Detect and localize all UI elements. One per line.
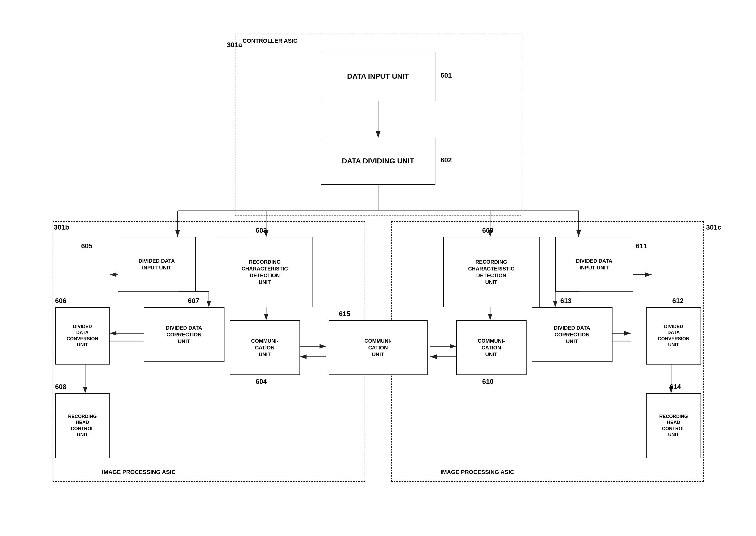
- data-input-unit-label: DATA INPUT UNIT: [347, 72, 409, 81]
- rec-char-detect-left-label: RECORDING CHARACTERISTIC DETECTION UNIT: [242, 258, 288, 285]
- ref-606: 606: [55, 297, 66, 305]
- image-asic-left-label: IMAGE PROCESSING ASIC: [102, 469, 176, 476]
- image-asic-right-label: IMAGE PROCESSING ASIC: [441, 469, 514, 476]
- divided-conv-left-box: DIVIDED DATA CONVERSION UNIT: [55, 307, 110, 365]
- ref-604: 604: [256, 378, 267, 385]
- divided-corr-right-label: DIVIDED DATA CORRECTION UNIT: [554, 324, 590, 345]
- divided-corr-right-box: DIVIDED DATA CORRECTION UNIT: [532, 307, 613, 362]
- ref-301b: 301b: [54, 223, 69, 231]
- divided-input-right-box: DIVIDED DATA INPUT UNIT: [555, 237, 633, 291]
- rec-char-detect-right-label: RECORDING CHARACTERISTIC DETECTION UNIT: [468, 258, 515, 285]
- rec-head-left-label: RECORDING HEAD CONTROL UNIT: [68, 414, 97, 438]
- ref-614: 614: [670, 383, 681, 391]
- ref-601: 601: [441, 71, 452, 80]
- divided-corr-left-label: DIVIDED DATA CORRECTION UNIT: [166, 324, 202, 345]
- ref-301a: 301a: [227, 41, 242, 49]
- rec-char-detect-left-box: RECORDING CHARACTERISTIC DETECTION UNIT: [217, 237, 313, 307]
- rec-head-left-box: RECORDING HEAD CONTROL UNIT: [55, 393, 110, 458]
- rec-char-detect-right-box: RECORDING CHARACTERISTIC DETECTION UNIT: [443, 237, 540, 307]
- rec-head-right-label: RECORDING HEAD CONTROL UNIT: [659, 414, 688, 438]
- comm-left-box: COMMUNI- CATION UNIT: [230, 320, 300, 375]
- ref-608: 608: [55, 383, 66, 391]
- divided-input-left-label: DIVIDED DATA INPUT UNIT: [139, 257, 175, 271]
- ref-615: 615: [339, 310, 350, 318]
- ref-609: 609: [482, 226, 493, 235]
- comm-mid-label: COMMUNI- CATION UNIT: [364, 337, 392, 358]
- divided-conv-left-label: DIVIDED DATA CONVERSION UNIT: [67, 324, 98, 348]
- divided-input-right-label: DIVIDED DATA INPUT UNIT: [576, 257, 612, 271]
- comm-right-box: COMMUNI- CATION UNIT: [456, 320, 526, 375]
- ref-603: 603: [256, 226, 267, 235]
- ref-610: 610: [482, 378, 493, 385]
- controller-asic-label: CONTROLLER ASIC: [243, 38, 298, 44]
- ref-607: 607: [188, 297, 199, 305]
- ref-612: 612: [673, 297, 684, 305]
- ref-602: 602: [441, 156, 452, 164]
- ref-613: 613: [560, 297, 572, 305]
- data-dividing-unit-label: DATA DIVIDING UNIT: [342, 156, 414, 166]
- divided-input-left-box: DIVIDED DATA INPUT UNIT: [118, 237, 196, 291]
- data-dividing-unit-box: DATA DIVIDING UNIT: [321, 138, 435, 185]
- comm-right-label: COMMUNI- CATION UNIT: [478, 337, 505, 358]
- comm-left-label: COMMUNI- CATION UNIT: [251, 337, 278, 358]
- comm-mid-box: COMMUNI- CATION UNIT: [329, 320, 427, 375]
- divided-conv-right-label: DIVIDED DATA CONVERSION UNIT: [658, 324, 689, 348]
- divided-conv-right-box: DIVIDED DATA CONVERSION UNIT: [646, 307, 701, 365]
- ref-611: 611: [636, 242, 647, 250]
- rec-head-right-box: RECORDING HEAD CONTROL UNIT: [646, 393, 701, 458]
- diagram-container: CONTROLLER ASIC 301a DATA INPUT UNIT 601…: [40, 20, 717, 516]
- divided-corr-left-box: DIVIDED DATA CORRECTION UNIT: [144, 307, 225, 362]
- data-input-unit-box: DATA INPUT UNIT: [321, 52, 435, 101]
- ref-301c: 301c: [706, 223, 721, 231]
- ref-605: 605: [81, 242, 92, 250]
